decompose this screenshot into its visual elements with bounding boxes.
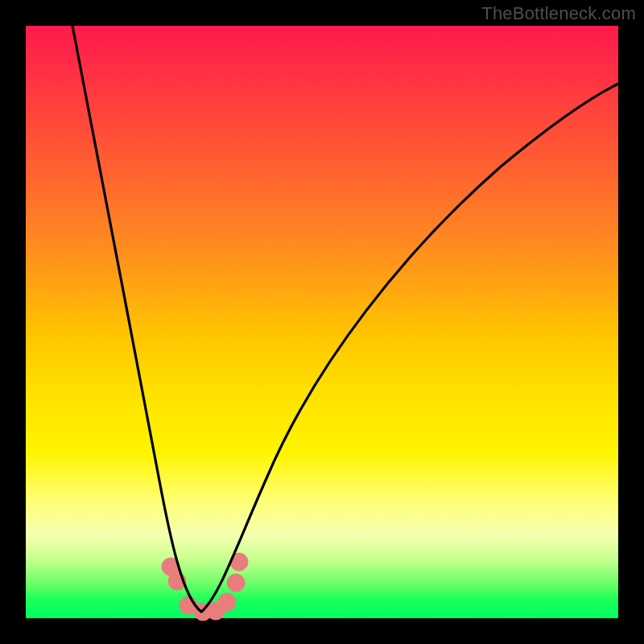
- outer-frame: TheBottleneck.com: [0, 0, 644, 644]
- svg-point-6: [227, 574, 245, 592]
- data-point-markers: [162, 553, 248, 621]
- chart-svg: [26, 26, 618, 618]
- watermark-text: TheBottleneck.com: [481, 3, 636, 24]
- bottleneck-curve: [72, 26, 618, 612]
- svg-point-5: [218, 593, 236, 611]
- plot-area: [26, 26, 618, 618]
